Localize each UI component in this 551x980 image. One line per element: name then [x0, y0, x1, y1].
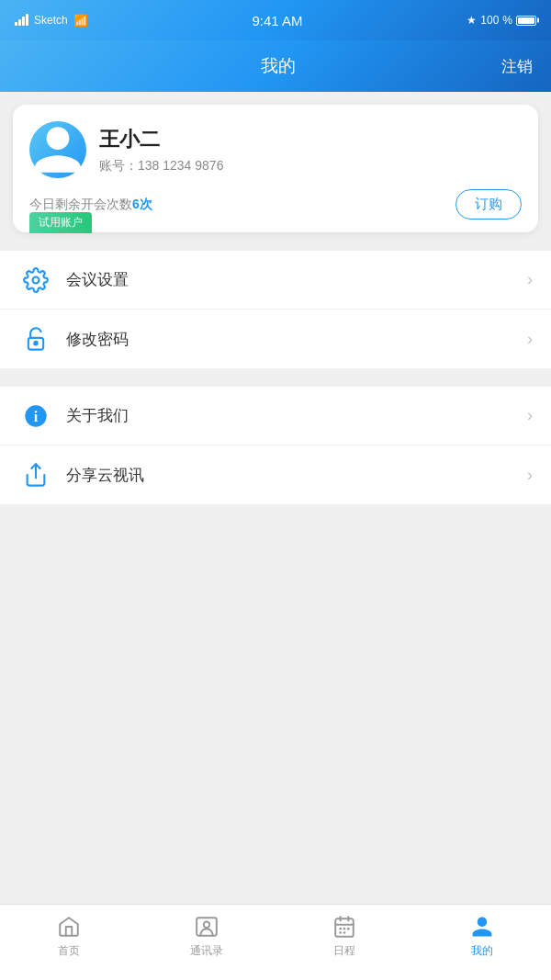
user-name: 王小二	[99, 126, 522, 153]
tab-contacts-label: 通讯录	[190, 943, 223, 959]
menu-section-2: i 关于我们 › 分享云视讯 ›	[0, 387, 551, 504]
subscribe-button[interactable]: 订购	[455, 189, 522, 220]
lock-icon	[18, 321, 53, 356]
about-label: 关于我们	[66, 405, 527, 426]
settings-label: 会议设置	[66, 269, 527, 290]
carrier-label: Sketch	[34, 14, 68, 27]
meeting-count: 6次	[132, 197, 152, 211]
tab-contacts[interactable]: 通讯录	[138, 912, 276, 959]
meeting-info: 今日剩余开会次数6次	[29, 197, 152, 213]
battery-percent: 100	[480, 14, 499, 27]
status-bar: Sketch 📶 9:41 AM ★ 100%	[0, 0, 551, 40]
avatar-icon	[29, 121, 86, 178]
calendar-icon	[332, 914, 357, 940]
account-number: 账号：138 1234 9876	[99, 158, 522, 175]
profile-info: 王小二 账号：138 1234 9876	[99, 126, 522, 175]
tab-calendar-label: 日程	[333, 943, 355, 959]
bluetooth-icon: ★	[467, 14, 477, 27]
nav-bar: 我的 注销	[0, 40, 551, 92]
svg-point-0	[33, 276, 39, 283]
trial-badge: 试用账户	[29, 212, 92, 233]
logout-button[interactable]: 注销	[501, 56, 533, 77]
tab-mine-label: 我的	[471, 943, 493, 959]
signal-icon	[15, 15, 28, 26]
password-label: 修改密码	[66, 329, 527, 350]
svg-point-7	[204, 922, 210, 929]
mine-icon	[469, 914, 495, 940]
status-right: ★ 100%	[467, 14, 536, 27]
status-left: Sketch 📶	[15, 14, 88, 28]
battery-icon	[516, 16, 536, 26]
profile-top: 王小二 账号：138 1234 9876	[29, 121, 522, 178]
info-icon: i	[18, 399, 53, 434]
avatar	[29, 121, 86, 178]
menu-item-password[interactable]: 修改密码 ›	[0, 310, 551, 368]
svg-point-2	[34, 342, 38, 345]
menu-item-share[interactable]: 分享云视讯 ›	[0, 445, 551, 504]
status-time: 9:41 AM	[252, 13, 302, 28]
menu-section-1: 会议设置 › 修改密码 ›	[0, 251, 551, 368]
chevron-right-icon: ›	[527, 270, 533, 289]
tab-mine[interactable]: 我的	[413, 912, 551, 959]
tab-calendar[interactable]: 日程	[276, 912, 413, 959]
menu-item-settings[interactable]: 会议设置 ›	[0, 251, 551, 310]
chevron-right-icon: ›	[527, 330, 533, 349]
share-icon	[18, 457, 53, 492]
tab-home[interactable]: 首页	[0, 912, 138, 959]
profile-bottom: 今日剩余开会次数6次 订购	[29, 189, 522, 220]
main-content: 王小二 账号：138 1234 9876 今日剩余开会次数6次 订购 试用账户 …	[0, 92, 551, 904]
chevron-right-icon: ›	[527, 466, 533, 485]
gear-icon	[18, 263, 53, 298]
profile-card: 王小二 账号：138 1234 9876 今日剩余开会次数6次 订购 试用账户	[13, 105, 538, 232]
menu-item-about[interactable]: i 关于我们 ›	[0, 387, 551, 445]
svg-text:i: i	[34, 407, 39, 424]
wifi-icon: 📶	[73, 14, 88, 28]
chevron-right-icon: ›	[527, 406, 533, 425]
share-label: 分享云视讯	[66, 465, 527, 486]
page-title: 我的	[261, 54, 296, 78]
tab-home-label: 首页	[58, 943, 80, 959]
svg-rect-6	[197, 918, 217, 936]
tab-bar: 首页 通讯录 日程	[0, 904, 551, 980]
contacts-icon	[194, 914, 219, 940]
home-icon	[56, 914, 82, 940]
